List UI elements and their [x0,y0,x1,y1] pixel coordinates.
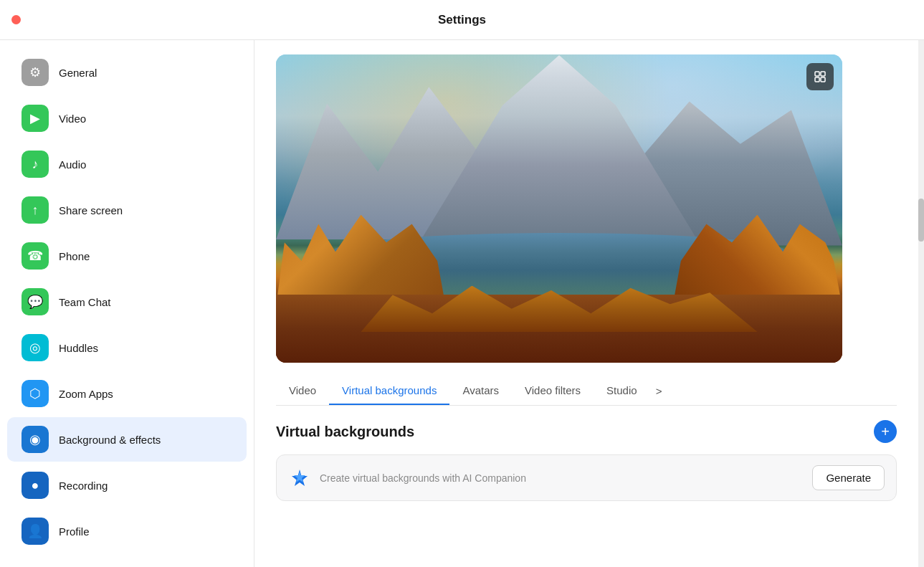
add-background-button[interactable]: + [874,420,897,443]
section-header: Virtual backgrounds + [276,420,897,443]
sidebar-label-recording: Recording [59,480,108,492]
sidebar-item-share-screen[interactable]: ↑Share screen [7,188,247,232]
sidebar-item-audio[interactable]: ♪Audio [7,142,247,186]
sidebar: ⚙General▶Video♪Audio↑Share screen☎Phone💬… [0,40,254,567]
traffic-lights [11,15,21,24]
ai-placeholder-text[interactable]: Create virtual backgrounds with AI Compa… [320,472,804,484]
tab-avatars[interactable]: Avatars [449,377,512,405]
sidebar-icon-recording: ● [22,472,49,499]
sidebar-item-zoom-apps[interactable]: ⬡Zoom Apps [7,371,247,416]
svg-rect-1 [821,72,825,76]
sidebar-label-background-effects: Background & effects [59,434,161,446]
sidebar-item-team-chat[interactable]: 💬Team Chat [7,280,247,324]
tabs-row: VideoVirtual backgroundsAvatarsVideo fil… [276,377,897,406]
sidebar-icon-phone: ☎ [22,242,49,270]
sidebar-icon-profile: 👤 [22,518,49,545]
content-scrollbar[interactable] [918,40,924,567]
sidebar-label-profile: Profile [59,525,90,538]
background-preview [276,54,842,363]
sidebar-label-team-chat: Team Chat [59,296,111,308]
expand-preview-button[interactable] [806,63,834,90]
sidebar-item-video[interactable]: ▶Video [7,96,247,140]
sidebar-icon-huddles: ◎ [22,334,49,361]
title-bar: Settings [0,0,924,40]
sidebar-item-huddles[interactable]: ◎Huddles [7,325,247,370]
sidebar-item-recording[interactable]: ●Recording [7,463,247,508]
svg-rect-2 [815,77,819,82]
sidebar-icon-general: ⚙ [22,59,49,86]
ai-companion-bar: Create virtual backgrounds with AI Compa… [276,454,897,501]
sidebar-label-video: Video [59,113,86,125]
sidebar-label-huddles: Huddles [59,342,98,354]
window-title: Settings [438,13,486,27]
tab-virtual-backgrounds[interactable]: Virtual backgrounds [329,377,449,405]
sidebar-icon-zoom-apps: ⬡ [22,380,49,407]
sidebar-label-audio: Audio [59,158,86,171]
tabs-more-button[interactable]: > [650,378,668,404]
sidebar-icon-video: ▶ [22,105,49,132]
sidebar-icon-team-chat: 💬 [22,288,49,315]
sidebar-item-profile[interactable]: 👤Profile [7,509,247,553]
ai-star-icon [288,467,311,490]
sidebar-item-phone[interactable]: ☎Phone [7,234,247,278]
sidebar-label-share-screen: Share screen [59,204,123,216]
scrollbar-thumb[interactable] [918,199,924,242]
generate-button[interactable]: Generate [812,465,885,490]
sidebar-label-zoom-apps: Zoom Apps [59,388,113,400]
svg-rect-3 [821,77,825,82]
section-title: Virtual backgrounds [276,424,414,440]
sidebar-item-general[interactable]: ⚙General [7,50,247,95]
sidebar-label-phone: Phone [59,250,90,262]
close-button[interactable] [11,15,21,24]
tab-video-filters[interactable]: Video filters [512,377,594,405]
sidebar-icon-audio: ♪ [22,151,49,178]
sidebar-icon-background-effects: ◉ [22,426,49,453]
tab-video-tab[interactable]: Video [276,377,329,405]
sidebar-item-background-effects[interactable]: ◉Background & effects [7,417,247,462]
content-area: VideoVirtual backgroundsAvatarsVideo fil… [254,40,918,567]
tab-studio[interactable]: Studio [594,377,650,405]
sidebar-icon-share-screen: ↑ [22,196,49,224]
sidebar-label-general: General [59,67,97,79]
main-layout: ⚙General▶Video♪Audio↑Share screen☎Phone💬… [0,40,924,567]
svg-rect-0 [815,72,819,76]
